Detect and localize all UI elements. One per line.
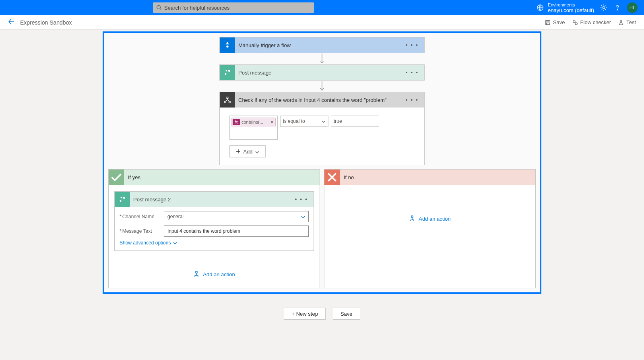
condition-card[interactable]: Check if any of the words in Input 4 con… — [219, 92, 425, 165]
message-text-input[interactable]: Input 4 contains the word problem — [164, 226, 309, 237]
if-no-title: If no — [344, 174, 354, 180]
connector-arrow — [320, 53, 324, 64]
globe-icon — [537, 4, 544, 11]
slack-icon — [220, 65, 235, 80]
add-action-icon — [193, 271, 200, 277]
add-action-icon — [409, 215, 415, 222]
svg-line-1 — [160, 9, 162, 10]
fx-icon: fx — [233, 119, 240, 125]
new-step-button[interactable]: + New step — [284, 308, 325, 320]
command-bar: Expression Sandbox Save Flow checker Tes… — [0, 15, 644, 30]
help-button[interactable] — [613, 4, 621, 12]
help-icon — [614, 4, 621, 11]
check-icon — [109, 170, 124, 185]
trigger-title: Manually trigger a flow — [238, 42, 404, 48]
svg-rect-13 — [227, 97, 228, 99]
slack-icon — [115, 192, 130, 207]
ellipsis-icon[interactable]: • • • — [404, 42, 420, 48]
condition-title: Check if any of the words in Input 4 con… — [238, 97, 404, 103]
plus-icon — [236, 149, 241, 154]
svg-point-3 — [603, 6, 605, 8]
x-icon — [324, 170, 340, 185]
condition-left-operand[interactable]: fx contains(... ✕ — [229, 116, 278, 140]
save-flow-button[interactable]: Save — [333, 308, 360, 320]
message-text-label: Message Text — [120, 228, 164, 234]
ellipsis-icon[interactable]: • • • — [404, 97, 420, 103]
trigger-icon — [220, 37, 235, 53]
flow-checker-button[interactable]: Flow checker — [572, 19, 611, 25]
checker-icon — [572, 20, 578, 25]
post-message-title: Post message — [238, 70, 404, 76]
post-message-card[interactable]: Post message • • • — [219, 64, 425, 81]
condition-icon — [220, 92, 235, 108]
gear-icon — [600, 4, 607, 11]
chevron-down-icon — [255, 149, 259, 153]
svg-rect-15 — [229, 101, 231, 103]
connector-arrow — [320, 81, 324, 92]
chevron-down-icon — [301, 215, 305, 219]
trigger-card[interactable]: Manually trigger a flow • • • — [219, 37, 425, 53]
env-name: enayu.com (default) — [548, 8, 594, 13]
page-title: Expression Sandbox — [20, 19, 72, 26]
environment-picker[interactable]: Environments enayu.com (default) — [537, 2, 594, 13]
post-message-2-card[interactable]: Post message 2 • • • Channel Name genera… — [114, 191, 314, 251]
settings-button[interactable] — [600, 4, 608, 12]
channel-name-select[interactable]: general — [164, 211, 309, 222]
svg-rect-17 — [411, 216, 413, 217]
search-icon — [156, 5, 162, 10]
expression-token[interactable]: fx contains(... ✕ — [231, 118, 276, 126]
flask-icon — [618, 20, 624, 25]
back-button[interactable] — [8, 19, 14, 26]
ellipsis-icon[interactable]: • • • — [293, 196, 310, 203]
show-advanced-link[interactable]: Show advanced options — [120, 240, 309, 246]
svg-point-0 — [157, 6, 161, 9]
save-icon — [545, 20, 551, 25]
test-button[interactable]: Test — [618, 19, 636, 25]
flow-canvas: Manually trigger a flow • • • Post messa… — [103, 31, 541, 294]
svg-rect-16 — [196, 271, 197, 273]
svg-point-10 — [226, 46, 228, 48]
if-yes-branch: If yes Post message 2 • • • — [108, 169, 320, 288]
svg-rect-6 — [547, 20, 549, 22]
search-placeholder: Search for helpful resources — [164, 5, 230, 11]
top-bar: Search for helpful resources Environment… — [0, 0, 644, 15]
svg-point-4 — [617, 10, 617, 10]
add-action-button[interactable]: Add an action — [114, 271, 314, 277]
chevron-down-icon — [173, 241, 177, 245]
chevron-down-icon — [322, 119, 326, 123]
svg-rect-14 — [225, 101, 226, 103]
if-no-branch: If no Add an action — [324, 169, 536, 288]
add-condition-button[interactable]: Add — [229, 145, 266, 157]
save-button[interactable]: Save — [545, 19, 565, 25]
add-action-button[interactable]: Add an action — [330, 215, 530, 222]
search-input[interactable]: Search for helpful resources — [153, 2, 314, 13]
svg-rect-7 — [546, 23, 549, 24]
post-message-2-title: Post message 2 — [133, 197, 293, 203]
condition-value-input[interactable]: true — [331, 116, 379, 127]
avatar[interactable]: HL — [627, 2, 638, 13]
channel-name-label: Channel Name — [120, 214, 164, 219]
condition-operator-select[interactable]: is equal to — [280, 116, 328, 127]
if-yes-title: If yes — [128, 174, 140, 180]
remove-token-icon[interactable]: ✕ — [270, 120, 274, 125]
ellipsis-icon[interactable]: • • • — [404, 69, 420, 76]
arrow-left-icon — [8, 19, 14, 25]
